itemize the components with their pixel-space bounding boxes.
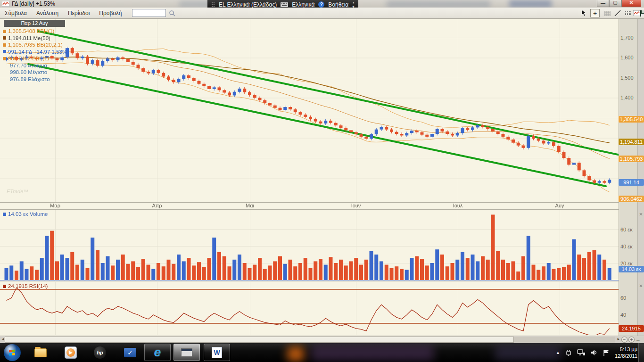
panel-divider	[0, 209, 644, 210]
line-tool-icon[interactable]	[613, 9, 622, 17]
crosshair-tool-icon[interactable]: +	[590, 9, 600, 17]
legend-label: 1,105.7935 BB(20,2,1)	[8, 42, 63, 48]
action-center-flag-icon[interactable]	[603, 349, 610, 356]
month-label: Ιουν	[351, 203, 361, 208]
scroll-right-arrow[interactable]: ►	[617, 337, 620, 341]
legend-swatch	[3, 50, 6, 53]
scrollbar-row: ◄ ► − + ↔	[0, 336, 644, 343]
help-icon[interactable]: ?	[318, 1, 324, 8]
price-tick: 1,700	[620, 35, 634, 41]
menu-view[interactable]: Προβολή	[94, 8, 126, 18]
wallpaper-blur	[495, 346, 561, 360]
menu-symbols[interactable]: Σύμβολα	[0, 8, 32, 18]
volume-panel-close-icon[interactable]: ✕	[638, 212, 644, 217]
pattern-tool-icon[interactable]	[623, 9, 633, 17]
menu-bar: Σύμβολα Ανάλυση Περίοδοι Προβολή	[0, 8, 644, 19]
legend-row: 977.70 Άνοιγμα	[3, 62, 67, 69]
power-tray-icon[interactable]	[565, 349, 572, 356]
fit-width-button[interactable]: ↔	[636, 337, 641, 342]
keyboard-layout[interactable]: Ελληνικά	[292, 1, 314, 8]
price-tick: 1,500	[620, 75, 634, 81]
me50-price-badge: 1,194.811	[619, 139, 644, 145]
volume-value-badge: 14.03 εκ	[619, 266, 644, 272]
explorer-taskbar-icon[interactable]	[33, 345, 48, 360]
search-icon[interactable]	[169, 10, 175, 16]
hp-taskbar-icon[interactable]: hp	[92, 345, 107, 360]
close-button[interactable]: ✕	[621, 0, 641, 7]
wallpaper-blur	[288, 347, 304, 361]
clock[interactable]: 5:13 μμ 12/8/2011	[615, 346, 637, 359]
volume-chart-canvas[interactable]	[0, 210, 619, 280]
legend-swatch	[3, 30, 6, 33]
month-label: Απρ	[152, 203, 162, 208]
month-label: Αυγ	[555, 203, 564, 208]
legend-row: 1,194.811 Me(50)	[3, 35, 67, 42]
legend-row: 1,305.5408 BBH(1)	[3, 28, 67, 35]
volume-tick: 60 εκ	[620, 227, 633, 232]
network-tray-icon[interactable]	[577, 349, 586, 356]
legend-row: 998.60 Μέγιστο	[3, 69, 67, 76]
legend-label: 976.89 Ελάχιστο	[10, 76, 50, 82]
internet-explorer-taskbar-button[interactable]: e	[144, 344, 171, 361]
price-axis	[619, 19, 637, 336]
legend-row: 991.14 ΓΔ +14.97 1.53%	[3, 49, 67, 56]
legend-row: 906.0462 BBL(1)	[3, 55, 67, 62]
x-axis-months: Μαρ Απρ Μαι Ιουν Ιουλ Αυγ	[0, 203, 619, 210]
language-bar-help[interactable]: Βοήθεια	[328, 1, 348, 8]
volume-tick: 40 εκ	[620, 244, 633, 249]
month-label: Ιουλ	[453, 203, 463, 208]
titlebar-blur-artifact	[387, 1, 490, 8]
windows-flag-icon	[9, 350, 16, 356]
minimize-button[interactable]: ▬	[597, 0, 609, 7]
language-bar-grip-icon[interactable]	[211, 2, 215, 8]
crosshair-date-tooltip: Παρ 12 Αυγ	[4, 20, 65, 27]
legend-row: 1,105.7935 BB(20,2,1)	[3, 41, 67, 49]
chart-area: Παρ 12 Αυγ 1,305.5408 BBH(1) 1,194.811 M…	[0, 19, 644, 343]
app-icon	[2, 1, 9, 7]
legend-swatch	[3, 43, 6, 47]
grid-tool-icon[interactable]	[603, 9, 612, 17]
legend-label: 998.60 Μέγιστο	[10, 69, 47, 75]
titlebar-blur-artifact	[509, 0, 552, 8]
last-price-badge: 991.14	[619, 179, 644, 186]
rsi-tick: 40	[620, 312, 626, 318]
rsi-panel-close-icon[interactable]: ✕	[638, 284, 644, 289]
price-tick: 1,600	[620, 55, 634, 60]
legend-label: 906.0462 BBL(1)	[8, 56, 49, 61]
volume-tray-icon[interactable]	[590, 349, 598, 356]
price-chart-canvas[interactable]	[0, 19, 619, 203]
keyboard-icon	[281, 2, 288, 7]
scroll-left-arrow[interactable]: ◄	[1, 337, 5, 341]
media-player-taskbar-icon[interactable]: ▶	[63, 345, 78, 360]
sync-check-taskbar-icon[interactable]: ✓	[123, 345, 138, 360]
menu-periods[interactable]: Περίοδοι	[63, 8, 94, 18]
maximize-button[interactable]: ▢	[609, 0, 621, 7]
start-button[interactable]	[4, 344, 21, 361]
zoom-out-button[interactable]: −	[621, 337, 627, 343]
bbl-price-badge: 906.0462	[619, 196, 644, 202]
zoom-in-button[interactable]: +	[628, 337, 635, 343]
menu-analysis[interactable]: Ανάλυση	[32, 8, 63, 18]
clock-time: 5:13 μμ	[615, 346, 637, 353]
pointer-tool-icon[interactable]	[579, 9, 588, 17]
scrollbar-track[interactable]	[5, 337, 615, 343]
word-taskbar-button[interactable]: W	[204, 344, 230, 361]
symbol-search-input[interactable]	[132, 9, 166, 17]
wallpaper-blur	[311, 345, 434, 361]
month-label: Μαι	[246, 203, 254, 208]
rsi-chart-canvas[interactable]	[0, 282, 619, 335]
month-label: Μαρ	[50, 203, 60, 208]
window-title: ΓΔ [daily] +1.53%	[12, 0, 55, 7]
save-icon[interactable]	[639, 9, 644, 17]
bbmid-price-badge: 1,105.793	[619, 156, 644, 162]
hidden-icons-arrow[interactable]: ▲	[556, 350, 560, 355]
chart-app-taskbar-button[interactable]	[173, 344, 200, 361]
legend-swatch	[3, 57, 6, 60]
language-indicator[interactable]: EL Ελληνικά (Ελλάδας)	[219, 1, 277, 8]
show-desktop-button[interactable]	[638, 343, 644, 362]
legend-label: 1,194.811 Me(50)	[8, 35, 50, 41]
scrollbar-thumb[interactable]	[5, 337, 514, 343]
legend-swatch	[3, 36, 6, 40]
bbh-price-badge: 1,305.540	[619, 116, 644, 123]
watermark: ETrade™	[7, 189, 28, 194]
